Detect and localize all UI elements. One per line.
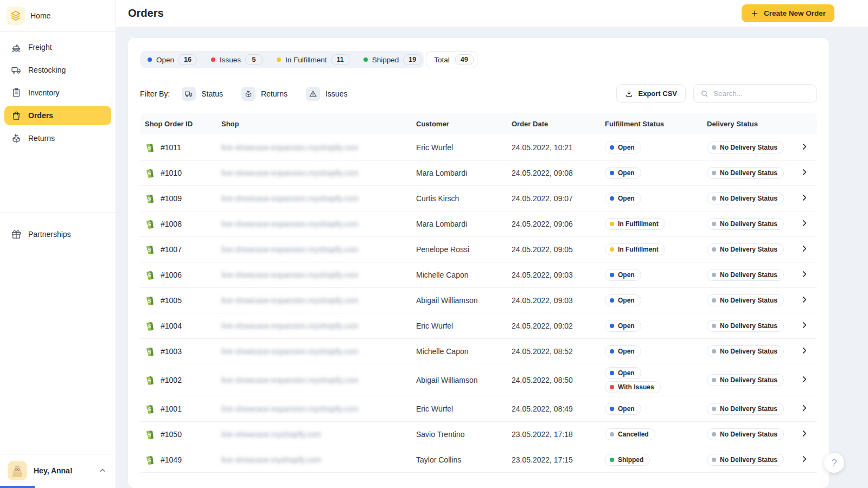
layers-logo-icon <box>7 7 25 25</box>
table-row[interactable]: S#1007live-showcase-expansion.myshopify.… <box>140 236 817 262</box>
warning-triangle-icon <box>309 89 317 98</box>
fulfillment-badges: Open <box>605 167 702 179</box>
status-pill-issues[interactable]: Issues5 <box>211 54 263 65</box>
status-badge: With Issues <box>605 381 661 393</box>
status-pill-label: Open <box>156 56 174 64</box>
order-id-cell: S#1001 <box>140 403 216 414</box>
sidebar-item-label: Inventory <box>28 88 60 97</box>
status-badge-label: No Delivery Status <box>720 195 777 202</box>
status-dot <box>712 324 716 328</box>
order-id: #1007 <box>161 245 182 254</box>
sidebar-item-home[interactable]: Home <box>0 0 116 31</box>
status-pill-label: Shipped <box>372 56 399 64</box>
sidebar-item-returns[interactable]: Returns <box>4 129 111 148</box>
fulfillment-status-cell: Open <box>600 294 702 306</box>
sidebar-item-restocking[interactable]: Restocking <box>4 60 111 80</box>
customer-cell: Abigail Williamson <box>411 376 507 384</box>
corner-accent-bar <box>0 486 35 488</box>
status-count-badge: 16 <box>178 54 197 65</box>
shop-url-blurred: live-showcase-expansion.myshopify.com <box>221 143 359 152</box>
status-badge-label: Shipped <box>618 456 643 464</box>
status-badge-label: No Delivery Status <box>720 297 777 304</box>
filter-chip-label: Returns <box>261 89 288 98</box>
table-row[interactable]: S#1008live-showcase-expansion.myshopify.… <box>140 211 817 236</box>
fulfillment-status-cell: Open <box>600 320 702 332</box>
table-row[interactable]: S#1010live-showcase-expansion.myshopify.… <box>140 160 817 185</box>
status-badge-label: No Delivery Status <box>720 220 777 228</box>
sidebar-item-inventory[interactable]: Inventory <box>4 83 111 102</box>
total-pill[interactable]: Total 49 <box>426 51 477 68</box>
status-dot <box>712 247 716 252</box>
shopping-bag-icon <box>11 110 22 121</box>
status-badge: No Delivery Status <box>707 345 784 357</box>
sidebar-item-label: Orders <box>28 111 53 120</box>
delivery-status-cell: No Delivery Status <box>702 243 795 255</box>
delivery-status-cell: No Delivery Status <box>702 374 795 386</box>
status-pill-in-fulfillment[interactable]: In Fulfillment11 <box>277 54 349 65</box>
table-row[interactable]: S#1009live-showcase-expansion.myshopify.… <box>140 185 817 211</box>
status-badge: Open <box>605 367 641 379</box>
status-dot <box>712 222 716 226</box>
row-open-cell <box>795 194 817 203</box>
table-row[interactable]: S#1050live-showcase.myshopify.comSavio T… <box>140 421 817 447</box>
order-date-cell: 23.05.2022, 17:15 <box>507 455 600 464</box>
status-badge: Open <box>605 142 641 153</box>
table-row[interactable]: S#1011live-showcase-expansion.myshopify.… <box>140 134 817 160</box>
filter-chip-status[interactable]: Status <box>182 87 223 101</box>
table-row[interactable]: S#1006live-showcase-expansion.myshopify.… <box>140 262 817 287</box>
user-menu[interactable]: Hey, Anna! <box>0 454 116 488</box>
table-row[interactable]: S#1004live-showcase-expansion.myshopify.… <box>140 313 817 338</box>
customer-cell: Eric Wurfel <box>411 322 507 330</box>
status-dot <box>712 171 716 175</box>
status-pill-shipped[interactable]: Shipped19 <box>363 54 422 65</box>
status-badge-label: With Issues <box>618 383 654 391</box>
table-row[interactable]: S#1001live-showcase-expansion.myshopify.… <box>140 396 817 421</box>
fulfillment-status-cell: OpenWith Issues <box>600 367 702 393</box>
help-button[interactable]: ? <box>824 453 844 473</box>
table-row[interactable]: S#1005live-showcase-expansion.myshopify.… <box>140 287 817 313</box>
table-row[interactable]: S#1003live-showcase-expansion.myshopify.… <box>140 338 817 364</box>
filter-chip-issues[interactable]: Issues <box>306 87 347 101</box>
status-pill-open[interactable]: Open16 <box>148 54 197 65</box>
shop-cell: live-showcase-expansion.myshopify.com <box>216 404 411 413</box>
row-open-cell <box>795 404 817 414</box>
customer-cell: Eric Wurfel <box>411 143 507 152</box>
shop-cell: live-showcase-expansion.myshopify.com <box>216 169 411 177</box>
shop-url-blurred: live-showcase-expansion.myshopify.com <box>221 404 359 413</box>
order-date-cell: 24.05.2022, 09:03 <box>507 271 600 279</box>
content-area: Open16Issues5In Fulfillment11Shipped19 T… <box>116 27 868 488</box>
shop-url-blurred: live-showcase-expansion.myshopify.com <box>221 347 359 356</box>
shopify-icon: S <box>145 320 155 331</box>
row-open-cell <box>795 270 817 280</box>
shopify-icon: S <box>145 429 155 440</box>
shopify-icon: S <box>145 295 155 306</box>
status-summary: Open16Issues5In Fulfillment11Shipped19 <box>140 51 424 68</box>
shopify-icon: S <box>145 346 155 357</box>
sidebar-item-freight[interactable]: Freight <box>4 37 111 57</box>
status-dot <box>363 57 368 62</box>
status-badge: No Delivery Status <box>707 142 784 153</box>
status-dot <box>610 324 614 328</box>
total-label: Total <box>434 56 450 64</box>
status-dot <box>610 247 614 252</box>
ship-icon <box>11 42 22 53</box>
orders-table: Shop Order IDShopCustomerOrder DateFulfi… <box>140 113 817 486</box>
status-badge-label: No Delivery Status <box>720 405 777 413</box>
status-badge: No Delivery Status <box>707 192 784 204</box>
row-open-cell <box>795 219 817 229</box>
order-id: #1001 <box>161 404 182 413</box>
filter-chip-returns[interactable]: Returns <box>241 87 288 101</box>
status-dot <box>712 378 716 382</box>
status-badge: Cancelled <box>605 428 655 440</box>
shop-url-blurred: live-showcase-expansion.myshopify.com <box>221 169 359 177</box>
search-input[interactable] <box>713 89 810 98</box>
table-row[interactable]: S#1002live-showcase-expansion.myshopify.… <box>140 364 817 396</box>
create-new-order-button[interactable]: Create New Order <box>742 4 834 22</box>
table-row[interactable]: S#1049live-showcase.myshopify.comTaylor … <box>140 447 817 472</box>
order-id-cell: S#1006 <box>140 269 216 280</box>
export-csv-button[interactable]: Export CSV <box>616 84 686 103</box>
status-pill-label: Issues <box>220 56 241 64</box>
sidebar-item-orders[interactable]: Orders <box>4 106 111 125</box>
delivery-status-cell: No Delivery Status <box>702 269 795 281</box>
sidebar-item-partnerships[interactable]: Partnerships <box>4 224 111 244</box>
